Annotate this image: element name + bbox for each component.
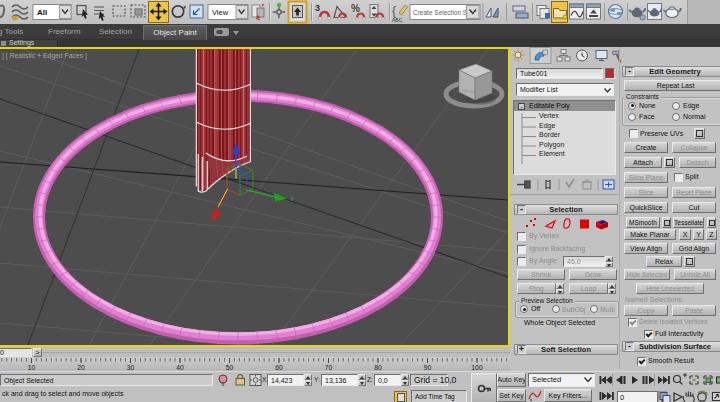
svg-text:Y: Y [290,196,294,202]
svg-text:10: 10 [28,364,36,371]
svg-text:All: All [37,8,47,17]
svg-text:100: 100 [471,364,483,371]
svg-text:30: 30 [127,364,135,371]
svg-text:] [ Realistic + Edged Faces ]: ] [ Realistic + Edged Faces ] [2,52,87,60]
svg-text:%: % [351,3,360,14]
svg-text:20: 20 [77,364,85,371]
svg-text:Create Selection Se: Create Selection Se [413,9,471,16]
svg-text:80: 80 [374,364,382,371]
svg-text:50: 50 [226,364,234,371]
svg-text:60: 60 [275,364,283,371]
svg-text:ABC: ABC [392,17,403,23]
svg-text:40: 40 [176,364,184,371]
svg-text:View: View [212,8,229,17]
svg-text:70: 70 [325,364,333,371]
svg-text:0: 0 [620,393,624,402]
svg-text:90: 90 [424,364,432,371]
svg-text:3: 3 [315,3,320,13]
